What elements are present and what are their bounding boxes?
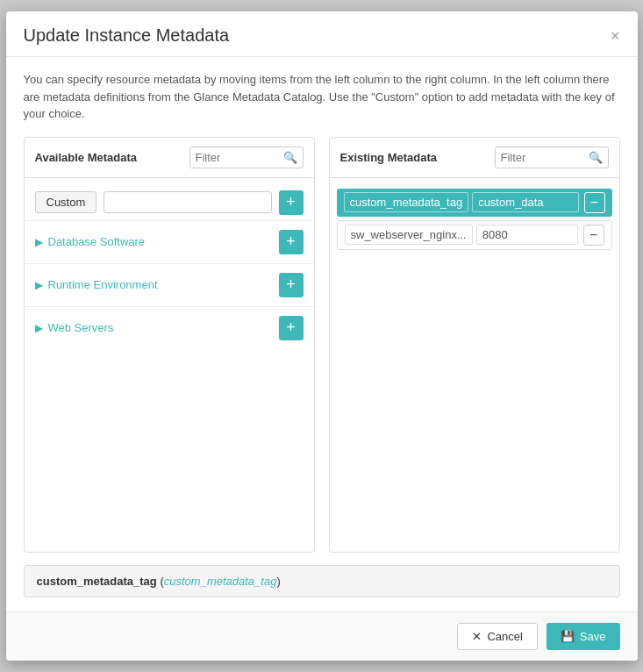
category-runtime-environment[interactable]: ▶ Runtime Environment +: [25, 263, 314, 306]
cancel-label: Cancel: [487, 630, 522, 643]
save-button[interactable]: 💾 Save: [547, 623, 620, 650]
info-key-italic: custom_metadata_tag: [164, 575, 277, 588]
runtime-environment-add-button[interactable]: +: [279, 273, 304, 297]
info-key-bold: custom_metadata_tag: [37, 575, 157, 588]
modal-header: Update Instance Metadata ×: [6, 11, 638, 57]
web-servers-add-button[interactable]: +: [279, 316, 304, 340]
existing-search-icon: 🔍: [583, 147, 608, 168]
close-button[interactable]: ×: [611, 28, 620, 44]
custom-row: Custom +: [25, 185, 314, 220]
existing-metadata-column: Existing Metadata 🔍 custom_metadata_tag …: [329, 137, 620, 554]
category-database-software[interactable]: ▶ Database Software +: [25, 220, 314, 263]
modal-container: Update Instance Metadata × You can speci…: [6, 11, 638, 661]
custom-button[interactable]: Custom: [35, 191, 97, 213]
existing-metadata-header: Existing Metadata 🔍: [330, 138, 619, 178]
meta-value-1: 8080: [476, 225, 578, 245]
custom-add-button[interactable]: +: [279, 190, 304, 215]
description-text: You can specify resource metadata by mov…: [24, 71, 620, 123]
custom-key-input[interactable]: [104, 191, 271, 213]
chevron-icon: ▶: [35, 322, 43, 334]
available-filter-input[interactable]: [190, 147, 278, 168]
meta-key-0: custom_metadata_tag: [344, 192, 469, 212]
existing-filter-box[interactable]: 🔍: [495, 147, 609, 168]
chevron-icon: ▶: [35, 236, 43, 248]
meta-key-1: sw_webserver_nginx...: [345, 225, 473, 245]
info-bar: custom_metadata_tag (custom_metadata_tag…: [24, 565, 620, 597]
columns-container: Available Metadata 🔍 Custom + ▶ Database: [24, 137, 620, 554]
category-web-servers[interactable]: ▶ Web Servers +: [25, 306, 314, 349]
chevron-icon: ▶: [35, 279, 43, 291]
available-metadata-column: Available Metadata 🔍 Custom + ▶ Database: [24, 137, 315, 554]
meta-value-0: custom_data: [472, 192, 578, 212]
available-metadata-header: Available Metadata 🔍: [25, 138, 314, 178]
existing-item-1[interactable]: sw_webserver_nginx... 8080 −: [337, 220, 612, 250]
category-runtime-environment-label: Runtime Environment: [48, 278, 279, 291]
modal-body: You can specify resource metadata by mov…: [6, 57, 638, 611]
available-search-icon: 🔍: [278, 147, 303, 168]
category-web-servers-label: Web Servers: [48, 321, 279, 334]
save-label: Save: [580, 630, 606, 643]
category-database-software-label: Database Software: [48, 235, 279, 248]
info-close-paren: ): [276, 575, 280, 588]
existing-metadata-content: custom_metadata_tag custom_data − sw_web…: [330, 178, 619, 553]
cancel-button[interactable]: ✕ Cancel: [457, 623, 537, 650]
available-metadata-content: Custom + ▶ Database Software + ▶ Runtime…: [25, 178, 314, 553]
existing-metadata-title: Existing Metadata: [340, 151, 438, 164]
existing-item-0[interactable]: custom_metadata_tag custom_data −: [337, 189, 612, 217]
remove-button-1[interactable]: −: [583, 225, 604, 246]
modal-footer: ✕ Cancel 💾 Save: [6, 611, 638, 661]
remove-button-0[interactable]: −: [584, 192, 605, 213]
available-metadata-title: Available Metadata: [35, 151, 138, 164]
existing-filter-input[interactable]: [496, 147, 583, 168]
cancel-icon: ✕: [472, 630, 482, 643]
available-filter-box[interactable]: 🔍: [189, 147, 304, 168]
modal-title: Update Instance Metadata: [24, 25, 230, 46]
database-software-add-button[interactable]: +: [279, 230, 304, 254]
save-icon: 💾: [561, 630, 575, 643]
